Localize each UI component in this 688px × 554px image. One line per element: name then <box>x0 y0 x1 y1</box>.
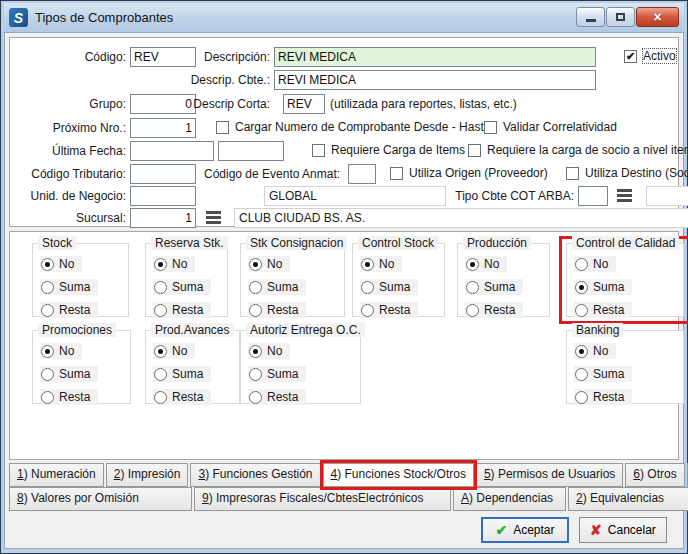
radio-button-icon[interactable] <box>41 345 54 358</box>
radio-promociones-resta[interactable]: Resta <box>40 389 98 405</box>
radio-control-stock-resta[interactable]: Resta <box>360 302 418 318</box>
tab-numeracion[interactable]: 1) Numeración <box>9 463 104 487</box>
radio-button-icon[interactable] <box>249 304 262 317</box>
radio-button-icon[interactable] <box>575 391 588 404</box>
radio-button-icon[interactable] <box>575 368 588 381</box>
utiliza-origen-checkbox-group[interactable]: Utiliza Origen (Proveedor) <box>390 166 548 180</box>
radio-banking-no[interactable]: No <box>574 343 616 359</box>
radio-stock-resta[interactable]: Resta <box>40 302 98 318</box>
radio-button-icon[interactable] <box>41 258 54 271</box>
unidad-negocio-input[interactable] <box>130 186 196 206</box>
radio-banking-suma[interactable]: Suma <box>574 366 632 382</box>
validar-correlatividad-checkbox[interactable] <box>484 121 497 134</box>
codigo-tributario-input[interactable] <box>130 164 196 184</box>
tipo-cbte-cot-arba-input[interactable] <box>578 186 608 206</box>
radio-button-icon[interactable] <box>466 304 479 317</box>
radio-control-stock-suma[interactable]: Suma <box>360 279 418 295</box>
radio-stk-consignacion-no[interactable]: No <box>248 256 290 272</box>
radio-prod-avances-resta[interactable]: Resta <box>153 389 211 405</box>
radio-promociones-no[interactable]: No <box>40 343 82 359</box>
radio-control-de-calidad-suma[interactable]: Suma <box>574 279 632 295</box>
radio-control-de-calidad-no[interactable]: No <box>574 256 616 272</box>
radio-stk-consignacion-resta[interactable]: Resta <box>248 302 306 318</box>
radio-button-icon[interactable] <box>41 281 54 294</box>
descrip-corta-input[interactable] <box>283 94 325 114</box>
radio-stock-no[interactable]: No <box>40 256 82 272</box>
radio-produccion-suma[interactable]: Suma <box>465 279 523 295</box>
ultima-fecha-input-2[interactable] <box>218 141 284 161</box>
radio-button-icon[interactable] <box>575 345 588 358</box>
activo-checkbox-group[interactable]: Activo <box>624 49 676 63</box>
requiere-socio-checkbox-group[interactable]: Requiere la carga de socio a nivel item <box>468 143 688 157</box>
radio-control-de-calidad-resta[interactable]: Resta <box>574 302 632 318</box>
radio-button-icon[interactable] <box>575 304 588 317</box>
radio-autoriz-entrega-o-c-resta[interactable]: Resta <box>248 389 306 405</box>
tipo-cbte-cot-arba-menu-icon[interactable] <box>615 188 635 204</box>
tab-impresoras-fiscales-cbteselectronicos[interactable]: 9) Impresoras Fiscales/CbtesElectrónicos <box>194 487 451 511</box>
title-bar[interactable]: S Tipos de Comprobantes × <box>4 3 684 32</box>
radio-button-icon[interactable] <box>249 281 262 294</box>
radio-button-icon[interactable] <box>575 281 588 294</box>
radio-stk-consignacion-suma[interactable]: Suma <box>248 279 306 295</box>
radio-button-icon[interactable] <box>154 345 167 358</box>
cancelar-button[interactable]: ✘ Cancelar <box>579 517 667 543</box>
radio-promociones-suma[interactable]: Suma <box>40 366 98 382</box>
radio-button-icon[interactable] <box>154 391 167 404</box>
radio-button-icon[interactable] <box>361 304 374 317</box>
radio-button-icon[interactable] <box>154 304 167 317</box>
ultima-fecha-input-1[interactable] <box>130 141 214 161</box>
tab-impresion[interactable]: 2) Impresión <box>106 463 189 487</box>
radio-button-icon[interactable] <box>154 281 167 294</box>
close-button[interactable]: × <box>636 7 679 27</box>
radio-reserva-stk-suma[interactable]: Suma <box>153 279 211 295</box>
maximize-button[interactable] <box>606 7 635 27</box>
requiere-items-checkbox[interactable] <box>312 144 325 157</box>
radio-control-stock-no[interactable]: No <box>360 256 402 272</box>
activo-checkbox[interactable] <box>624 50 637 63</box>
radio-button-icon[interactable] <box>249 368 262 381</box>
radio-banking-resta[interactable]: Resta <box>574 389 632 405</box>
utiliza-destino-checkbox[interactable] <box>566 167 579 180</box>
descripcion-input[interactable] <box>274 47 596 67</box>
radio-button-icon[interactable] <box>466 281 479 294</box>
radio-produccion-no[interactable]: No <box>465 256 507 272</box>
tab-otros[interactable]: 6) Otros <box>625 463 684 487</box>
sucursal-input[interactable] <box>130 208 196 228</box>
radio-button-icon[interactable] <box>249 258 262 271</box>
radio-button-icon[interactable] <box>154 258 167 271</box>
radio-prod-avances-suma[interactable]: Suma <box>153 366 211 382</box>
radio-prod-avances-no[interactable]: No <box>153 343 195 359</box>
radio-button-icon[interactable] <box>249 345 262 358</box>
cargar-numero-checkbox-group[interactable]: Cargar Numero de Comprobante Desde - Has… <box>216 120 490 134</box>
radio-button-icon[interactable] <box>466 258 479 271</box>
radio-autoriz-entrega-o-c-suma[interactable]: Suma <box>248 366 306 382</box>
radio-stock-suma[interactable]: Suma <box>40 279 98 295</box>
radio-produccion-resta[interactable]: Resta <box>465 302 523 318</box>
requiere-items-checkbox-group[interactable]: Requiere Carga de Items <box>312 143 465 157</box>
utiliza-origen-checkbox[interactable] <box>390 167 403 180</box>
cargar-numero-checkbox[interactable] <box>216 121 229 134</box>
tab-permisos-de-usuarios[interactable]: 5) Permisos de Usuarios <box>476 463 623 487</box>
codigo-evento-anmat-input[interactable] <box>348 164 376 184</box>
validar-correlatividad-checkbox-group[interactable]: Validar Correlatividad <box>484 120 617 134</box>
radio-autoriz-entrega-o-c-no[interactable]: No <box>248 343 290 359</box>
tab-valores-por-omision[interactable]: 8) Valores por Omisión <box>9 487 192 511</box>
radio-reserva-stk-resta[interactable]: Resta <box>153 302 211 318</box>
tab-funciones-stock-otros[interactable]: 4) Funciones Stock/Otros <box>323 463 474 487</box>
radio-button-icon[interactable] <box>41 391 54 404</box>
radio-button-icon[interactable] <box>249 391 262 404</box>
radio-button-icon[interactable] <box>41 304 54 317</box>
radio-button-icon[interactable] <box>361 281 374 294</box>
radio-button-icon[interactable] <box>361 258 374 271</box>
radio-button-icon[interactable] <box>575 258 588 271</box>
sucursal-menu-icon[interactable] <box>204 210 224 226</box>
utiliza-destino-checkbox-group[interactable]: Utiliza Destino (Socio) <box>566 166 688 180</box>
aceptar-button[interactable]: ✔ Aceptar <box>481 517 569 543</box>
tab-dependencias[interactable]: A) Dependencias <box>453 487 566 511</box>
requiere-socio-checkbox[interactable] <box>468 144 481 157</box>
tab-funciones-gestion[interactable]: 3) Funciones Gestión <box>190 463 320 487</box>
tab-equivalencias[interactable]: 2) Equivalencias <box>568 487 688 511</box>
radio-button-icon[interactable] <box>154 368 167 381</box>
radio-button-icon[interactable] <box>41 368 54 381</box>
descrip-cbte-input[interactable] <box>274 70 596 90</box>
